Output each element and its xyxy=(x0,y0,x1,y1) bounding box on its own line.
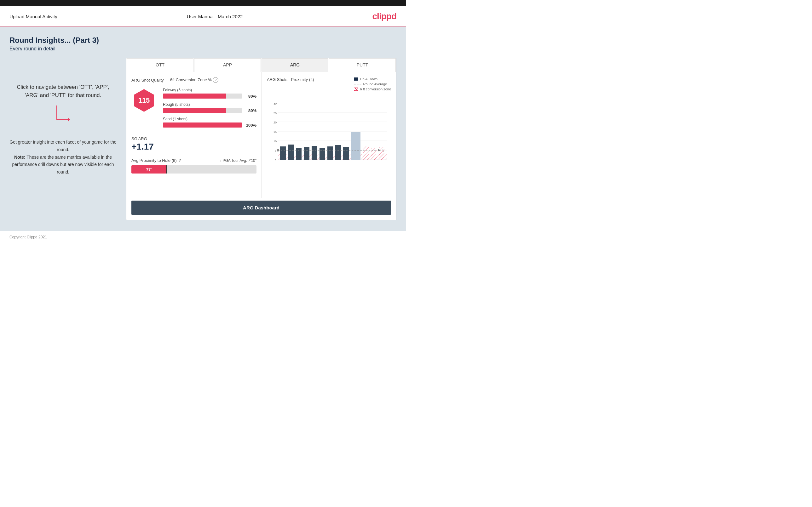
proximity-section: Avg Proximity to Hole (ft) ? ↑ PGA Tour … xyxy=(132,158,256,173)
conversion-help-icon[interactable]: ? xyxy=(213,77,218,83)
svg-rect-24 xyxy=(312,146,317,160)
svg-text:10: 10 xyxy=(273,140,277,143)
svg-text:20: 20 xyxy=(273,121,277,124)
sand-bar: 100% xyxy=(163,122,256,127)
fairway-bar: 80% xyxy=(163,94,256,99)
logo: clippd xyxy=(372,11,396,21)
proximity-label: Avg Proximity to Hole (ft) ? xyxy=(132,158,181,163)
svg-text:25: 25 xyxy=(273,111,277,115)
page-subtitle: Every round in detail xyxy=(9,46,396,52)
rough-fill xyxy=(163,108,226,113)
upload-link[interactable]: Upload Manual Activity xyxy=(9,14,57,19)
dashboard-panel: OTT APP ARG PUTT ARG Shot Quality 6ft Co… xyxy=(126,58,396,220)
rough-bar: 80% xyxy=(163,108,256,113)
section-header-row: ARG Shot Quality 6ft Conversion Zone % ? xyxy=(132,77,256,83)
legend-6ft-icon xyxy=(354,88,358,91)
chart-legend: Up & Down Round Average 6 ft conversion … xyxy=(354,77,391,91)
rough-label: Rough (5 shots) xyxy=(163,102,256,107)
fairway-row: Fairway (5 shots) 80% xyxy=(163,88,256,99)
svg-text:15: 15 xyxy=(273,130,277,133)
svg-rect-30 xyxy=(363,147,369,160)
dashboard-body: ARG Shot Quality 6ft Conversion Zone % ? xyxy=(126,72,396,198)
header: Upload Manual Activity User Manual - Mar… xyxy=(0,6,406,26)
chart-area: 0 5 10 15 20 25 30 xyxy=(267,94,391,163)
sg-value: +1.17 xyxy=(132,142,256,152)
sand-row: Sand (1 shots) 100% xyxy=(163,117,256,127)
legend-up-down-label: Up & Down xyxy=(360,77,378,81)
legend-round-avg-icon xyxy=(354,84,361,84)
arrow-icon xyxy=(50,102,75,127)
hexagon: 115 xyxy=(132,88,157,113)
nav-hint-area: Click to navigate between 'OTT', 'APP','… xyxy=(9,83,116,127)
tab-app[interactable]: APP xyxy=(194,58,261,72)
pga-avg-label: ↑ PGA Tour Avg: 7'10" xyxy=(220,158,256,163)
top-bar xyxy=(0,0,406,6)
svg-rect-23 xyxy=(304,147,309,160)
footer: Copyright Clippd 2021 xyxy=(0,231,406,243)
legend-up-down-icon xyxy=(354,77,358,80)
svg-rect-26 xyxy=(327,147,333,160)
fairway-pct: 80% xyxy=(245,94,256,99)
rough-track xyxy=(163,108,242,113)
tab-arg[interactable]: ARG xyxy=(261,58,328,72)
main-content: Round Insights... (Part 3) Every round i… xyxy=(0,26,406,231)
arg-dashboard-button[interactable]: ARG Dashboard xyxy=(132,201,391,215)
tab-putt[interactable]: PUTT xyxy=(329,58,396,72)
rough-row: Rough (5 shots) 80% xyxy=(163,102,256,113)
svg-text:8: 8 xyxy=(383,149,385,152)
sand-label: Sand (1 shots) xyxy=(163,117,256,121)
legend-up-down: Up & Down xyxy=(354,77,391,81)
svg-text:30: 30 xyxy=(273,102,277,105)
chart-header: ARG Shots - Proximity (ft) Up & Down Rou… xyxy=(267,77,391,91)
shot-quality-bars: Fairway (5 shots) 80% Rough xyxy=(163,88,256,131)
svg-marker-2 xyxy=(68,117,70,122)
fairway-label: Fairway (5 shots) xyxy=(163,88,256,92)
fairway-fill xyxy=(163,94,226,99)
legend-round-avg-label: Round Average xyxy=(363,82,387,86)
conversion-label: 6ft Conversion Zone % ? xyxy=(170,77,219,83)
page-title: Round Insights... (Part 3) xyxy=(9,36,396,45)
chart-svg: 0 5 10 15 20 25 30 xyxy=(267,94,391,163)
nav-arrow xyxy=(9,102,116,127)
copyright-text: Copyright Clippd 2021 xyxy=(9,235,47,239)
sg-label: SG ARG xyxy=(132,136,256,141)
nav-hint-text: Click to navigate between 'OTT', 'APP','… xyxy=(9,83,116,99)
rough-pct: 80% xyxy=(245,108,256,113)
tabs-container: OTT APP ARG PUTT xyxy=(126,58,396,72)
cursor-line xyxy=(166,165,167,173)
svg-text:5: 5 xyxy=(275,149,276,153)
content-layout: Click to navigate between 'OTT', 'APP','… xyxy=(9,58,396,220)
left-panel: Click to navigate between 'OTT', 'APP','… xyxy=(9,58,116,176)
sand-pct: 100% xyxy=(245,123,256,127)
right-section: ARG Shots - Proximity (ft) Up & Down Rou… xyxy=(262,72,396,198)
insight-text: Get greater insight into each facet of y… xyxy=(9,138,116,176)
left-section: ARG Shot Quality 6ft Conversion Zone % ? xyxy=(126,72,262,198)
manual-title: User Manual - March 2022 xyxy=(187,14,243,19)
svg-rect-29 xyxy=(351,132,360,160)
proximity-bar-track: 77' xyxy=(132,165,256,173)
sand-fill xyxy=(163,122,242,127)
legend-6ft: 6 ft conversion zone xyxy=(354,87,391,91)
legend-round-avg: Round Average xyxy=(354,82,391,86)
proximity-help-icon[interactable]: ? xyxy=(179,158,181,163)
insight-note: Note: xyxy=(14,155,26,160)
sg-section: SG ARG +1.17 xyxy=(132,136,256,152)
shot-quality-label: ARG Shot Quality xyxy=(132,78,164,82)
tab-ott[interactable]: OTT xyxy=(127,58,194,72)
svg-rect-25 xyxy=(319,148,325,160)
hex-value: 115 xyxy=(138,96,150,105)
legend-6ft-label: 6 ft conversion zone xyxy=(360,87,391,91)
proximity-header: Avg Proximity to Hole (ft) ? ↑ PGA Tour … xyxy=(132,158,256,163)
svg-point-34 xyxy=(277,149,279,152)
svg-rect-27 xyxy=(335,145,341,160)
svg-text:0: 0 xyxy=(275,159,276,162)
proximity-value: 77' xyxy=(146,167,152,172)
fairway-track xyxy=(163,94,242,99)
svg-rect-28 xyxy=(343,147,349,160)
hexagon-row: 115 Fairway (5 shots) 80% xyxy=(132,88,256,131)
svg-rect-21 xyxy=(288,145,294,160)
svg-rect-20 xyxy=(280,147,286,160)
chart-title: ARG Shots - Proximity (ft) xyxy=(267,77,314,82)
sand-track xyxy=(163,122,242,127)
proximity-bar-fill: 77' xyxy=(132,165,166,173)
